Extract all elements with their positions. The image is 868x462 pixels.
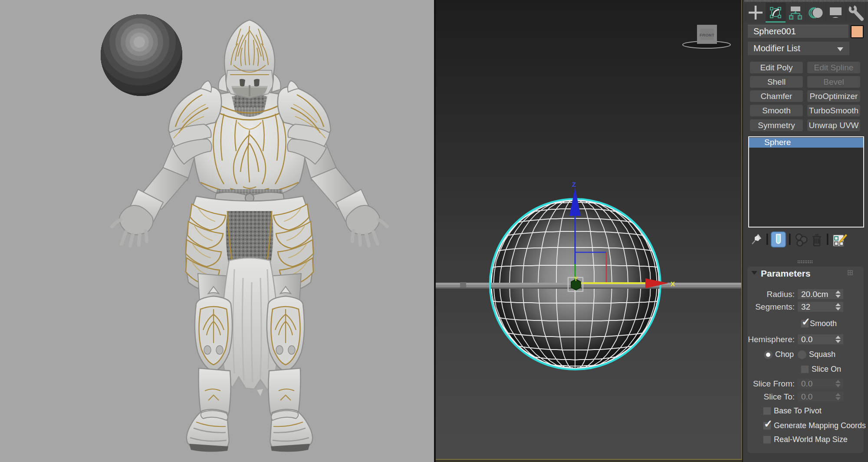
svg-text:X: X [671, 280, 675, 287]
svg-text:Z: Z [572, 181, 576, 188]
svg-text:FRONT: FRONT [700, 33, 714, 37]
svg-text:Y: Y [574, 275, 578, 282]
